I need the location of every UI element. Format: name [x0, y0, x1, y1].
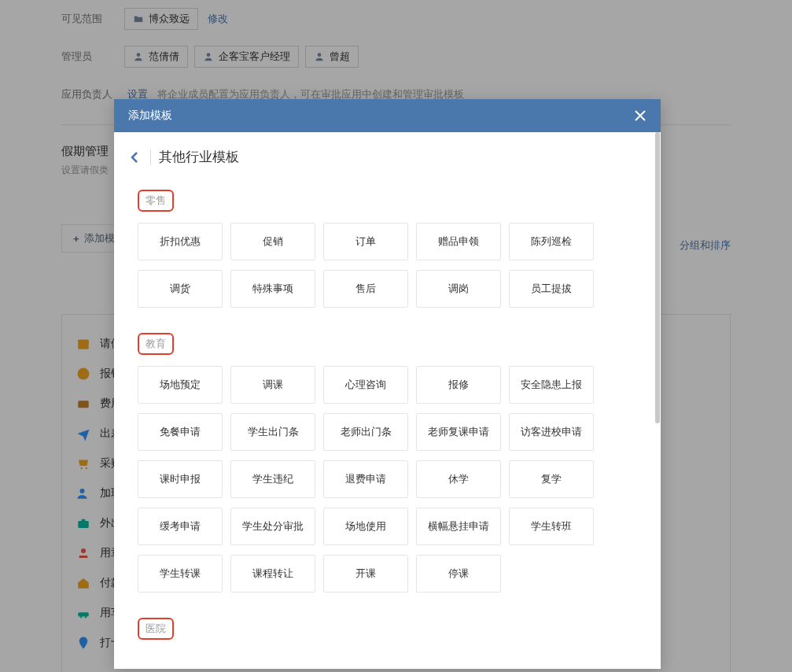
- modal-header: 添加模板: [114, 99, 661, 132]
- template-card[interactable]: 促销: [230, 223, 315, 260]
- template-card[interactable]: 调岗: [416, 270, 501, 308]
- template-card[interactable]: 心理咨询: [323, 366, 408, 404]
- template-card[interactable]: 员工提拔: [509, 270, 594, 308]
- template-card[interactable]: 调货: [138, 270, 223, 308]
- close-icon: [634, 109, 646, 122]
- template-card[interactable]: 缓考申请: [138, 508, 223, 545]
- template-card[interactable]: 课时申报: [138, 460, 223, 498]
- template-card[interactable]: 停课: [416, 555, 501, 593]
- chevron-left-icon: [128, 150, 142, 164]
- template-card[interactable]: 订单: [323, 223, 408, 260]
- template-card[interactable]: 访客进校申请: [509, 413, 594, 451]
- template-card[interactable]: 安全隐患上报: [509, 366, 594, 404]
- template-card[interactable]: 开课: [323, 555, 408, 593]
- template-card[interactable]: 场地预定: [138, 366, 223, 404]
- template-card[interactable]: 学生处分审批: [230, 508, 315, 545]
- add-template-modal: 添加模板 其他行业模板 零售折扣优惠促销订单赠品申领陈列巡检调货特殊事项售后调岗…: [114, 99, 661, 669]
- template-card[interactable]: 老师复课申请: [416, 413, 501, 451]
- vertical-divider: [150, 150, 151, 165]
- category-label: 医院: [138, 613, 642, 651]
- template-card[interactable]: 课程转让: [230, 555, 315, 593]
- template-card[interactable]: 场地使用: [323, 508, 408, 545]
- template-card[interactable]: 老师出门条: [323, 413, 408, 451]
- modal-header-title: 添加模板: [128, 109, 172, 123]
- template-card[interactable]: 售后: [323, 270, 408, 308]
- template-card[interactable]: 休学: [416, 460, 501, 498]
- template-card[interactable]: 陈列巡检: [509, 223, 594, 260]
- modal-title: 其他行业模板: [159, 148, 239, 166]
- template-card[interactable]: 调课: [230, 366, 315, 404]
- template-card[interactable]: 学生违纪: [230, 460, 315, 498]
- back-button[interactable]: [128, 150, 142, 164]
- template-card[interactable]: 横幅悬挂申请: [416, 508, 501, 545]
- modal-close-button[interactable]: [634, 109, 646, 122]
- category-grid: 场地预定调课心理咨询报修安全隐患上报免餐申请学生出门条老师出门条老师复课申请访客…: [138, 366, 642, 593]
- template-card[interactable]: 折扣优惠: [138, 223, 223, 260]
- template-card[interactable]: 学生转课: [138, 555, 223, 593]
- template-card[interactable]: 学生转班: [509, 508, 594, 545]
- template-card[interactable]: 学生出门条: [230, 413, 315, 451]
- modal-title-row: 其他行业模板: [114, 132, 661, 182]
- category-label: 教育: [138, 328, 642, 366]
- modal-scrollbar-thumb[interactable]: [655, 132, 660, 423]
- template-card[interactable]: 免餐申请: [138, 413, 223, 451]
- category-grid: 折扣优惠促销订单赠品申领陈列巡检调货特殊事项售后调岗员工提拔: [138, 223, 642, 308]
- category-label: 零售: [138, 185, 642, 223]
- template-card[interactable]: 赠品申领: [416, 223, 501, 260]
- template-card[interactable]: 特殊事项: [230, 270, 315, 308]
- template-card[interactable]: 复学: [509, 460, 594, 498]
- template-card[interactable]: 报修: [416, 366, 501, 404]
- template-card[interactable]: 退费申请: [323, 460, 408, 498]
- modal-body[interactable]: 零售折扣优惠促销订单赠品申领陈列巡检调货特殊事项售后调岗员工提拔教育场地预定调课…: [114, 182, 661, 668]
